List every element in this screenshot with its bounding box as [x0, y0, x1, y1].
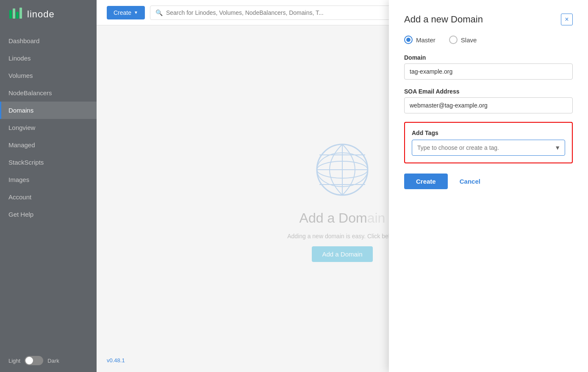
- sidebar-item-managed[interactable]: Managed: [0, 136, 97, 154]
- sidebar-item-stackscripts[interactable]: StackScripts: [0, 154, 97, 171]
- sidebar-item-domains[interactable]: Domains: [0, 102, 97, 119]
- sidebar-item-volumes[interactable]: Volumes: [0, 67, 97, 84]
- search-icon: 🔍: [155, 9, 163, 16]
- add-domain-button[interactable]: Add a Domain: [312, 246, 372, 262]
- logo: linode: [0, 0, 97, 29]
- sidebar-nav: Dashboard Linodes Volumes NodeBalancers …: [0, 29, 97, 349]
- theme-toggle-knob: [25, 357, 33, 364]
- linode-logo-icon: [8, 7, 24, 22]
- sidebar-item-longview[interactable]: Longview: [0, 119, 97, 136]
- domain-type-radio-group: Master Slave: [404, 36, 573, 44]
- theme-switcher: Light Dark: [0, 349, 97, 372]
- search-bar: 🔍: [150, 6, 404, 20]
- logo-text: linode: [27, 9, 55, 20]
- radio-slave-circle: [449, 36, 458, 44]
- theme-toggle[interactable]: [25, 356, 43, 365]
- sidebar-item-gethelp[interactable]: Get Help: [0, 206, 97, 223]
- create-button[interactable]: Create ▼: [107, 6, 145, 19]
- soa-label: SOA Email Address: [404, 88, 573, 95]
- svg-rect-0: [9, 10, 12, 19]
- modal-action-buttons: Create Cancel: [404, 174, 573, 189]
- radio-slave-label: Slave: [461, 36, 477, 44]
- sidebar: linode Dashboard Linodes Volumes NodeBal…: [0, 0, 97, 372]
- svg-rect-3: [19, 8, 22, 19]
- modal-cancel-button[interactable]: Cancel: [453, 174, 487, 189]
- create-dropdown-arrow: ▼: [134, 10, 138, 15]
- soa-input[interactable]: [404, 97, 573, 113]
- sidebar-item-images[interactable]: Images: [0, 171, 97, 188]
- theme-dark-label: Dark: [47, 358, 59, 364]
- modal-header: Add a new Domain ×: [404, 14, 573, 25]
- radio-master[interactable]: Master: [404, 36, 435, 44]
- modal-title: Add a new Domain: [404, 14, 483, 25]
- version-link[interactable]: v0.48.1: [107, 357, 125, 364]
- svg-rect-1: [13, 8, 15, 19]
- sidebar-item-nodebalancers[interactable]: NodeBalancers: [0, 84, 97, 102]
- sidebar-item-dashboard[interactable]: Dashboard: [0, 32, 97, 50]
- radio-master-circle: [404, 36, 413, 44]
- placeholder-sub: Adding a new domain is easy. Click below: [287, 233, 397, 240]
- radio-master-label: Master: [416, 36, 435, 44]
- domain-label: Domain: [404, 54, 573, 61]
- domain-field-group: Domain: [404, 54, 573, 80]
- placeholder-title: Add a Domain: [300, 210, 386, 226]
- radio-slave[interactable]: Slave: [449, 36, 477, 44]
- svg-rect-2: [16, 12, 19, 19]
- add-domain-modal: Add a new Domain × Master Slave Domain S…: [389, 0, 588, 372]
- globe-icon: [308, 136, 376, 204]
- tags-label: Add Tags: [412, 130, 565, 136]
- main-content: Create ▼ 🔍 Add a Domain: [97, 0, 588, 372]
- sidebar-item-account[interactable]: Account: [0, 188, 97, 206]
- tags-section: Add Tags ▼: [404, 122, 573, 163]
- soa-field-group: SOA Email Address: [404, 88, 573, 113]
- modal-create-button[interactable]: Create: [404, 174, 448, 189]
- tags-input[interactable]: [412, 140, 565, 155]
- sidebar-item-linodes[interactable]: Linodes: [0, 50, 97, 67]
- theme-light-label: Light: [8, 358, 20, 364]
- add-domain-placeholder: Add a Domain Adding a new domain is easy…: [287, 136, 397, 262]
- search-input[interactable]: [166, 9, 399, 16]
- create-button-label: Create: [114, 9, 131, 16]
- close-modal-button[interactable]: ×: [561, 14, 573, 25]
- tags-select-wrapper: ▼: [412, 140, 565, 156]
- domain-input[interactable]: [404, 63, 573, 80]
